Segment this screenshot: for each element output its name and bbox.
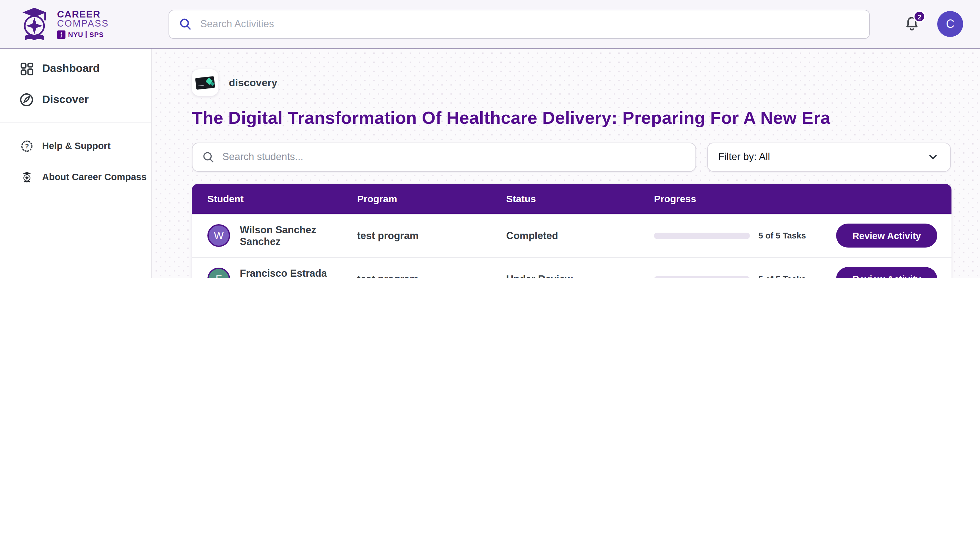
business-card-graphic — [195, 76, 215, 89]
student-avatar: F — [207, 268, 230, 278]
activity-app-row: discovery — [192, 70, 953, 96]
logo-sps: SPS — [89, 31, 104, 38]
activities-search-bar[interactable] — [168, 10, 870, 39]
table-row: W Wilson Sanchez Sanchez test program Co… — [192, 213, 951, 257]
search-icon — [178, 18, 192, 31]
discover-compass-icon — [19, 93, 34, 107]
logo-text: CAREER COMPASS NYU SPS — [57, 9, 109, 39]
notifications-button[interactable]: 2 — [904, 16, 920, 32]
student-name: Francisco Estrada Estrada — [240, 267, 357, 278]
column-header-progress: Progress — [654, 193, 937, 204]
sidebar-item-discover[interactable]: Discover — [0, 84, 151, 115]
activity-app-label: discovery — [229, 77, 277, 89]
student-avatar: W — [207, 224, 230, 247]
page-title: The Digital Transformation Of Healthcare… — [192, 109, 953, 128]
sidebar-item-dashboard[interactable]: Dashboard — [0, 53, 151, 84]
discovery-app-icon — [192, 70, 218, 96]
sidebar-primary-group: Dashboard Discover — [0, 48, 151, 115]
sidebar-label-help-support: Help & Support — [42, 141, 110, 151]
sidebar-label-about: About Career Compass — [42, 172, 147, 182]
table-header-row: Student Program Status Progress — [192, 184, 951, 213]
search-students-input[interactable] — [221, 150, 687, 163]
compass-logo-icon — [17, 6, 52, 42]
search-icon — [201, 151, 215, 163]
nyu-torch-icon — [57, 31, 65, 39]
chevron-down-icon — [925, 151, 940, 162]
students-search-bar[interactable] — [192, 142, 696, 171]
progress-bar — [654, 232, 750, 239]
progress-label: 5 of 5 Tasks — [758, 231, 806, 241]
career-compass-app: CAREER COMPASS NYU SPS — [0, 0, 980, 278]
sidebar-item-help-support[interactable]: ? Help & Support — [0, 130, 151, 162]
students-table: Student Program Status Progress W Wilson… — [192, 184, 951, 278]
sidebar-secondary-group: ? Help & Support About Career Compass — [0, 123, 151, 192]
search-activities-input[interactable] — [199, 18, 860, 31]
column-header-program: Program — [357, 193, 506, 204]
controls-row: Filter by: All — [192, 142, 953, 171]
sidebar: Dashboard Discover ? — [0, 48, 152, 278]
progress-bar — [654, 276, 750, 278]
main-content: discovery The Digital Transformation Of … — [152, 48, 980, 278]
top-bar: CAREER COMPASS NYU SPS — [0, 0, 980, 48]
sidebar-label-dashboard: Dashboard — [42, 62, 100, 75]
table-row: F Francisco Estrada Estrada test program… — [192, 257, 951, 278]
top-actions: 2 C — [904, 11, 980, 37]
progress-label: 5 of 5 Tasks — [758, 274, 806, 278]
filter-selected-value: Filter by: All — [718, 151, 770, 163]
review-activity-button[interactable]: Review Activity — [836, 267, 937, 278]
program-cell: test program — [357, 273, 506, 278]
sidebar-label-discover: Discover — [42, 93, 89, 106]
notification-count-badge: 2 — [913, 10, 925, 23]
svg-text:?: ? — [24, 142, 29, 149]
status-cell: Under Review — [506, 273, 654, 278]
dashboard-icon — [19, 62, 34, 76]
column-header-student: Student — [207, 193, 357, 204]
career-compass-logo[interactable]: CAREER COMPASS NYU SPS — [0, 6, 150, 42]
program-cell: test program — [357, 230, 506, 241]
user-avatar[interactable]: C — [937, 11, 963, 37]
logo-separator — [86, 31, 87, 38]
sidebar-item-about[interactable]: About Career Compass — [0, 162, 151, 192]
logo-career: CAREER — [57, 9, 109, 19]
logo-compass: COMPASS — [57, 19, 109, 29]
review-activity-button[interactable]: Review Activity — [836, 223, 937, 247]
progress-cell: 5 of 5 Tasks — [654, 231, 836, 241]
mini-compass-icon — [19, 171, 34, 183]
status-cell: Completed — [506, 230, 654, 241]
help-icon: ? — [19, 140, 34, 152]
student-cell: F Francisco Estrada Estrada — [207, 267, 357, 278]
filter-dropdown[interactable]: Filter by: All — [707, 142, 951, 171]
student-name: Wilson Sanchez Sanchez — [240, 224, 357, 247]
logo-org-row: NYU SPS — [57, 31, 109, 39]
logo-nyu: NYU — [68, 31, 83, 38]
student-cell: W Wilson Sanchez Sanchez — [207, 224, 357, 247]
progress-cell: 5 of 5 Tasks — [654, 274, 836, 278]
column-header-status: Status — [506, 193, 654, 204]
